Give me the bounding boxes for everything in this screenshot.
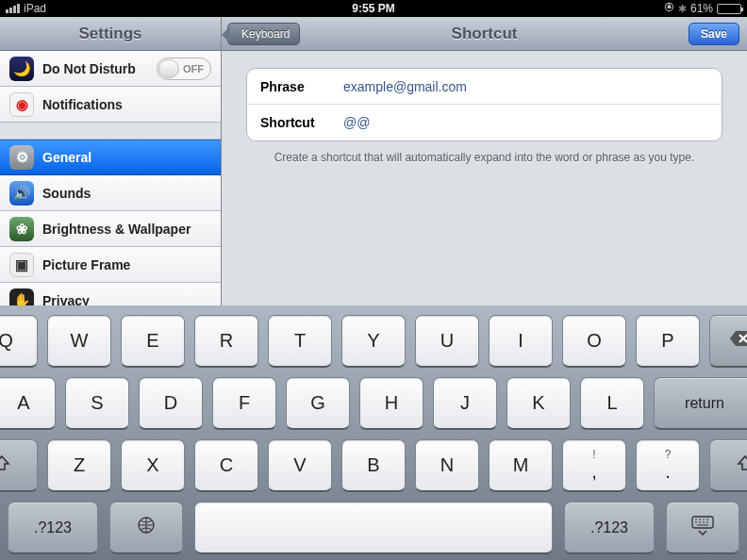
sidebar-item-label: General — [42, 150, 91, 165]
globe-icon — [136, 515, 157, 540]
key-r[interactable]: R — [194, 315, 258, 368]
detail-navbar: Keyboard Shortcut Save — [222, 17, 747, 51]
status-bar: iPad 9:55 PM ✱ 61% — [0, 0, 747, 17]
sidebar-title: Settings — [0, 25, 221, 43]
phrase-field[interactable] — [343, 79, 708, 94]
key-d[interactable]: D — [139, 377, 203, 430]
key-i[interactable]: I — [489, 315, 553, 368]
sidebar-item-pictureframe[interactable]: ▣ Picture Frame — [0, 247, 221, 283]
key-return[interactable]: return — [654, 377, 747, 430]
hand-icon: ✋ — [9, 288, 34, 306]
sidebar-item-notifications[interactable]: ◉ Notifications — [0, 87, 221, 123]
key-shift-right[interactable] — [709, 439, 747, 492]
sidebar-item-privacy[interactable]: ✋ Privacy — [0, 283, 221, 305]
signal-icon — [6, 4, 20, 13]
shortcut-label: Shortcut — [260, 115, 343, 130]
key-o[interactable]: O — [562, 315, 626, 368]
back-button[interactable]: Keyboard — [227, 23, 300, 45]
wallpaper-icon: ❀ — [9, 217, 34, 241]
sidebar-item-dnd[interactable]: 🌙 Do Not Disturb OFF — [0, 51, 221, 87]
shift-icon — [736, 453, 747, 477]
bluetooth-icon: ✱ — [678, 3, 687, 15]
key-s[interactable]: S — [65, 377, 129, 430]
key-w[interactable]: W — [47, 315, 111, 368]
key-a[interactable]: A — [0, 377, 56, 430]
key-numbers-right[interactable]: .?123 — [564, 502, 655, 554]
key-u[interactable]: U — [415, 315, 479, 368]
key-backspace[interactable] — [709, 315, 747, 368]
key-space[interactable] — [194, 502, 553, 554]
key-g[interactable]: G — [286, 377, 350, 430]
key-e[interactable]: E — [121, 315, 185, 368]
key-c[interactable]: C — [194, 439, 258, 492]
detail-pane: Keyboard Shortcut Save Phrase Shortcut C… — [222, 17, 747, 305]
sidebar-item-label: Sounds — [42, 186, 91, 201]
frame-icon: ▣ — [9, 253, 34, 277]
key-j[interactable]: J — [433, 377, 497, 430]
page-title: Shortcut — [222, 25, 747, 43]
hide-keyboard-icon — [690, 515, 715, 540]
sidebar-item-sounds[interactable]: 🔊 Sounds — [0, 175, 221, 211]
key-shift-left[interactable] — [0, 439, 38, 492]
key-q[interactable]: Q — [0, 315, 38, 368]
save-button[interactable]: Save — [689, 23, 739, 45]
sidebar-item-label: Picture Frame — [42, 257, 130, 272]
key-hide-keyboard[interactable] — [666, 502, 739, 554]
battery-icon — [717, 4, 741, 14]
key-y[interactable]: Y — [341, 315, 406, 368]
key-numbers-left[interactable]: .?123 — [8, 502, 98, 554]
sidebar-item-brightness[interactable]: ❀ Brightness & Wallpaper — [0, 211, 221, 247]
gear-icon: ⚙ — [9, 145, 34, 170]
rotation-lock-icon — [664, 2, 674, 15]
key-h[interactable]: H — [359, 377, 423, 430]
hint-text: Create a shortcut that will automaticall… — [246, 151, 722, 164]
carrier-label: iPad — [24, 2, 46, 15]
save-label: Save — [701, 27, 727, 41]
notifications-icon: ◉ — [9, 92, 34, 117]
sidebar-item-label: Notifications — [42, 97, 123, 112]
shortcut-row[interactable]: Shortcut — [247, 105, 722, 140]
shift-icon — [0, 453, 11, 477]
sidebar-navbar: Settings — [0, 17, 221, 51]
sidebar-item-label: Privacy — [42, 293, 90, 306]
key-n[interactable]: N — [415, 439, 479, 492]
back-label: Keyboard — [241, 27, 290, 41]
battery-pct: 61% — [690, 2, 713, 15]
key-period[interactable]: ? . — [636, 439, 700, 492]
key-k[interactable]: K — [506, 377, 571, 430]
key-comma[interactable]: ! , — [562, 439, 626, 492]
shortcut-form-group: Phrase Shortcut — [246, 68, 722, 141]
key-l[interactable]: L — [580, 377, 644, 430]
backspace-icon — [729, 330, 747, 352]
key-globe[interactable] — [109, 502, 183, 554]
moon-icon: 🌙 — [9, 57, 34, 81]
sidebar-item-label: Do Not Disturb — [42, 61, 136, 76]
key-t[interactable]: T — [268, 315, 332, 368]
sidebar: Settings 🌙 Do Not Disturb OFF ◉ Notifica… — [0, 17, 222, 305]
phrase-label: Phrase — [260, 79, 343, 94]
key-b[interactable]: B — [341, 439, 406, 492]
phrase-row[interactable]: Phrase — [247, 69, 722, 105]
speaker-icon: 🔊 — [9, 181, 34, 206]
key-p[interactable]: P — [636, 315, 700, 368]
sidebar-item-general[interactable]: ⚙ General — [0, 140, 221, 175]
key-f[interactable]: F — [212, 377, 276, 430]
key-v[interactable]: V — [268, 439, 332, 492]
keyboard: Q W E R T Y U I O P A S D F G H J K L re… — [0, 305, 747, 560]
sidebar-spacer — [0, 123, 221, 140]
key-m[interactable]: M — [489, 439, 553, 492]
sidebar-item-label: Brightness & Wallpaper — [42, 222, 191, 237]
shortcut-field[interactable] — [343, 115, 708, 130]
dnd-toggle[interactable]: OFF — [157, 58, 211, 80]
clock: 9:55 PM — [119, 2, 628, 15]
key-z[interactable]: Z — [47, 439, 111, 492]
key-x[interactable]: X — [121, 439, 185, 492]
